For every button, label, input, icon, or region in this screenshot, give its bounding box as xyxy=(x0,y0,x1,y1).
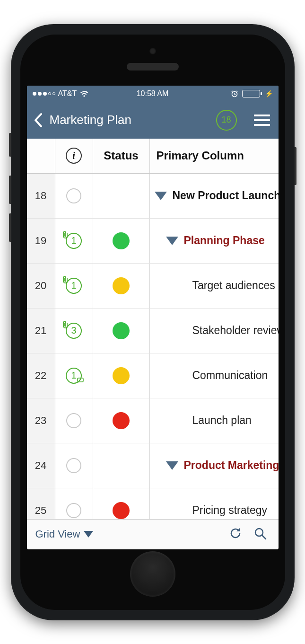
empty-indicator-icon xyxy=(66,188,81,203)
primary-cell[interactable]: Target audiences xyxy=(150,264,279,308)
table-body[interactable]: 18New Product Launch191Planning Phase201… xyxy=(27,174,279,519)
app-screen: AT&T 10:58 AM ⚡ xyxy=(27,86,279,549)
status-dot-yellow xyxy=(113,277,130,294)
row-title: Product Marketing xyxy=(184,459,279,472)
status-dot-green xyxy=(113,232,130,249)
empty-indicator-icon xyxy=(66,503,81,518)
view-selector[interactable]: Grid View xyxy=(35,528,94,540)
alarm-icon xyxy=(231,90,238,97)
row-title: Stakeholder review xyxy=(192,324,279,337)
row-info-cell[interactable] xyxy=(55,443,93,488)
status-cell[interactable] xyxy=(93,174,150,218)
row-title: Pricing strategy xyxy=(192,504,268,517)
primary-cell[interactable]: Stakeholder review xyxy=(150,309,279,353)
page-title: Marketing Plan xyxy=(50,113,131,127)
row-number[interactable]: 22 xyxy=(27,353,55,398)
clock: 10:58 AM xyxy=(137,89,169,98)
days-badge-value: 18 xyxy=(221,115,231,125)
app-navbar: Marketing Plan 18 xyxy=(27,102,279,139)
primary-cell[interactable]: New Product Launch xyxy=(150,174,279,218)
primary-cell[interactable]: Pricing strategy xyxy=(150,488,279,519)
paperclip-icon xyxy=(62,231,69,240)
row-number[interactable]: 20 xyxy=(27,264,55,308)
expand-toggle-icon[interactable] xyxy=(155,192,167,200)
comment-icon xyxy=(77,375,84,386)
status-cell[interactable] xyxy=(93,264,150,308)
attachment-count-badge: 1 xyxy=(66,278,82,294)
primary-cell[interactable]: Product Marketing xyxy=(150,443,279,488)
days-badge[interactable]: 18 xyxy=(216,110,237,131)
status-cell[interactable] xyxy=(93,443,150,488)
table-row[interactable]: 221Communication xyxy=(27,353,279,398)
header-info[interactable]: i xyxy=(55,139,93,173)
row-info-cell[interactable] xyxy=(55,488,93,519)
status-cell[interactable] xyxy=(93,398,150,443)
wifi-icon xyxy=(79,90,89,97)
battery-icon xyxy=(242,90,260,97)
ios-statusbar: AT&T 10:58 AM ⚡ xyxy=(27,86,279,102)
table-row[interactable]: 23Launch plan xyxy=(27,398,279,443)
primary-cell[interactable]: Communication xyxy=(150,353,279,398)
bottom-toolbar: Grid View xyxy=(27,519,279,549)
search-button[interactable] xyxy=(250,523,270,545)
attachment-count-badge: 1 xyxy=(66,233,82,249)
empty-indicator-icon xyxy=(66,458,81,473)
charging-icon: ⚡ xyxy=(265,90,273,97)
svg-line-3 xyxy=(262,535,266,539)
row-number[interactable]: 23 xyxy=(27,398,55,443)
row-info-cell[interactable] xyxy=(55,398,93,443)
attachment-count-badge: 3 xyxy=(66,323,82,339)
row-info-cell[interactable]: 1 xyxy=(55,264,93,308)
view-label: Grid View xyxy=(35,528,80,540)
empty-indicator-icon xyxy=(66,413,81,428)
row-title: Target audiences xyxy=(192,279,275,292)
carrier-label: AT&T xyxy=(58,89,77,98)
expand-toggle-icon[interactable] xyxy=(166,461,178,470)
attachment-count-badge: 1 xyxy=(66,368,82,384)
status-cell[interactable] xyxy=(93,219,150,263)
row-number[interactable]: 21 xyxy=(27,309,55,353)
status-dot-red xyxy=(113,412,130,429)
menu-button[interactable] xyxy=(252,113,272,128)
table-row[interactable]: 201Target audiences xyxy=(27,264,279,309)
status-dot-red xyxy=(113,502,130,519)
expand-toggle-icon[interactable] xyxy=(166,237,178,245)
status-cell[interactable] xyxy=(93,353,150,398)
table-row[interactable]: 18New Product Launch xyxy=(27,174,279,219)
paperclip-icon xyxy=(62,321,69,330)
status-cell[interactable] xyxy=(93,488,150,519)
header-primary[interactable]: Primary Column xyxy=(150,139,279,173)
row-info-cell[interactable]: 3 xyxy=(55,309,93,353)
table-row[interactable]: 24Product Marketing xyxy=(27,443,279,488)
home-button[interactable] xyxy=(130,551,175,597)
back-button[interactable] xyxy=(34,112,43,128)
row-info-cell[interactable]: 1 xyxy=(55,353,93,398)
row-title: New Product Launch xyxy=(173,189,279,202)
row-title: Planning Phase xyxy=(184,234,265,247)
row-title: Communication xyxy=(192,369,268,382)
primary-cell[interactable]: Planning Phase xyxy=(150,219,279,263)
svg-rect-1 xyxy=(78,378,83,382)
paperclip-icon xyxy=(62,276,69,285)
row-number[interactable]: 25 xyxy=(27,488,55,519)
table-row[interactable]: 213Stakeholder review xyxy=(27,309,279,353)
table-row[interactable]: 25Pricing strategy xyxy=(27,488,279,519)
status-cell[interactable] xyxy=(93,309,150,353)
refresh-button[interactable] xyxy=(226,523,245,545)
info-icon: i xyxy=(66,148,82,164)
signal-strength-icon xyxy=(33,92,55,96)
phone-frame: AT&T 10:58 AM ⚡ xyxy=(11,24,295,620)
status-dot-green xyxy=(113,322,130,339)
row-number[interactable]: 24 xyxy=(27,443,55,488)
row-info-cell[interactable] xyxy=(55,174,93,218)
row-info-cell[interactable]: 1 xyxy=(55,219,93,263)
table-row[interactable]: 191Planning Phase xyxy=(27,219,279,264)
row-title: Launch plan xyxy=(192,414,252,427)
row-number[interactable]: 18 xyxy=(27,174,55,218)
header-status[interactable]: Status xyxy=(93,139,150,173)
chevron-down-icon xyxy=(84,531,93,538)
row-number[interactable]: 19 xyxy=(27,219,55,263)
table-header: i Status Primary Column xyxy=(27,139,279,174)
primary-cell[interactable]: Launch plan xyxy=(150,398,279,443)
status-dot-yellow xyxy=(113,367,130,384)
